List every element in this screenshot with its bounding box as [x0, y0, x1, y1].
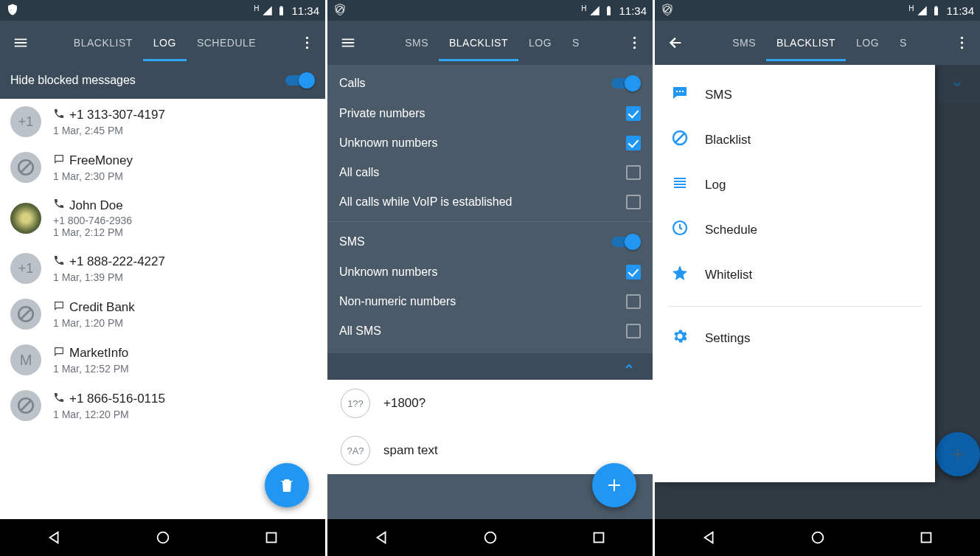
- log-item[interactable]: +1+1 888-222-42271 Mar, 1:39 PM: [0, 246, 325, 291]
- hide-blocked-label: Hide blocked messages: [10, 74, 136, 87]
- nav-back-icon[interactable]: [46, 529, 63, 546]
- blacklist-entry[interactable]: 1??+1800?: [327, 380, 653, 427]
- drawer-item[interactable]: Log: [655, 162, 935, 207]
- overflow-menu-icon[interactable]: [949, 35, 974, 51]
- shield-icon: [333, 3, 347, 18]
- log-item[interactable]: FreeMoney1 Mar, 2:30 PM: [0, 145, 325, 190]
- nav-recent-icon[interactable]: [263, 529, 279, 546]
- hide-blocked-switch[interactable]: [285, 72, 315, 88]
- drawer-item[interactable]: SMS: [655, 72, 935, 117]
- checkbox[interactable]: [626, 265, 641, 279]
- svg-point-31: [812, 532, 823, 543]
- appbar: SMS BLACKLIST LOG S: [327, 21, 653, 65]
- drawer-item[interactable]: Whitelist: [655, 252, 935, 297]
- checkbox[interactable]: [626, 294, 641, 309]
- phone-icon: [53, 392, 65, 407]
- svg-point-2: [305, 37, 307, 39]
- drawer-item[interactable]: Blacklist: [655, 117, 935, 162]
- tab-blacklist[interactable]: BLACKLIST: [439, 25, 518, 61]
- tab-sms[interactable]: SMS: [722, 25, 766, 61]
- divider: [668, 306, 922, 307]
- log-item[interactable]: Credit Bank1 Mar, 1:20 PM: [0, 291, 325, 337]
- blocked-icon: [10, 390, 41, 421]
- checkbox[interactable]: [626, 195, 641, 209]
- tab-log[interactable]: LOG: [846, 25, 889, 61]
- blocked-icon: [10, 299, 41, 330]
- svg-point-22: [960, 37, 962, 39]
- status-bar: H 11:34: [655, 0, 980, 21]
- tab-truncated[interactable]: S: [889, 25, 917, 61]
- blacklist-label: spam text: [383, 443, 438, 458]
- setting-row[interactable]: Unknown numbers: [327, 128, 653, 158]
- nav-recent-icon[interactable]: [591, 529, 607, 546]
- battery-icon: [603, 5, 614, 16]
- setting-row[interactable]: All SMS: [327, 316, 653, 346]
- add-fab[interactable]: [592, 463, 636, 507]
- checkbox[interactable]: [626, 106, 641, 121]
- android-navbar: [655, 519, 980, 556]
- svg-point-15: [633, 37, 635, 39]
- nav-back-icon[interactable]: [701, 529, 717, 546]
- nav-home-icon[interactable]: [810, 529, 826, 546]
- svg-line-29: [675, 133, 684, 142]
- setting-row[interactable]: All calls while VoIP is established: [327, 187, 653, 217]
- log-sub: 1 Mar, 2:45 PM: [53, 125, 315, 136]
- tab-schedule[interactable]: SCHEDULE: [187, 25, 266, 61]
- log-sub: 1 Mar, 1:39 PM: [53, 271, 315, 283]
- log-sub: 1 Mar, 12:52 PM: [53, 363, 315, 375]
- setting-row[interactable]: Unknown numbers: [327, 257, 653, 287]
- nav-home-icon[interactable]: [155, 529, 171, 546]
- clock-icon: [671, 219, 689, 240]
- setting-row[interactable]: Non-numeric numbers: [327, 287, 653, 316]
- nav-home-icon[interactable]: [482, 529, 498, 546]
- tab-log[interactable]: LOG: [143, 25, 187, 61]
- setting-row[interactable]: All calls: [327, 158, 653, 187]
- calls-switch[interactable]: [611, 75, 641, 91]
- checkbox[interactable]: [626, 136, 641, 150]
- svg-point-26: [679, 91, 681, 92]
- phone-icon: [53, 198, 65, 213]
- sms-switch[interactable]: [611, 234, 641, 250]
- nav-recent-icon[interactable]: [918, 529, 934, 546]
- overflow-menu-icon[interactable]: [622, 35, 647, 51]
- calls-section-title: Calls: [339, 77, 366, 90]
- svg-rect-12: [266, 533, 276, 543]
- nav-back-icon[interactable]: [374, 529, 390, 546]
- delete-fab[interactable]: [265, 463, 309, 507]
- collapse-toggle[interactable]: [327, 353, 653, 380]
- contact-photo-avatar: [10, 203, 41, 234]
- tab-log[interactable]: LOG: [518, 25, 562, 61]
- hamburger-icon[interactable]: [333, 35, 363, 51]
- back-arrow-icon[interactable]: [661, 35, 690, 51]
- pattern-icon: ?A?: [341, 436, 370, 465]
- hamburger-icon[interactable]: [6, 35, 35, 51]
- drawer-item[interactable]: Settings: [655, 316, 935, 361]
- country-code-avatar: +1: [10, 253, 41, 284]
- svg-line-8: [21, 310, 31, 319]
- log-title: +1 888-222-4227: [69, 254, 165, 269]
- log-item[interactable]: +1+1 313-307-41971 Mar, 2:45 PM: [0, 99, 325, 145]
- log-item[interactable]: +1 866-516-01151 Mar, 12:20 PM: [0, 383, 325, 428]
- svg-point-3: [305, 41, 307, 44]
- setting-row[interactable]: Private numbers: [327, 99, 653, 128]
- log-item[interactable]: John Doe+1 800-746-29361 Mar, 2:12 PM: [0, 190, 325, 246]
- checkbox[interactable]: [626, 324, 641, 338]
- log-item[interactable]: MMarketInfo1 Mar, 12:52 PM: [0, 337, 325, 383]
- tab-blacklist[interactable]: BLACKLIST: [63, 25, 143, 61]
- phone-icon: [53, 108, 65, 123]
- drawer-label: Log: [705, 178, 726, 192]
- checkbox[interactable]: [626, 165, 641, 180]
- drawer-label: Settings: [705, 331, 750, 346]
- tab-blacklist[interactable]: BLACKLIST: [766, 25, 846, 61]
- overflow-menu-icon[interactable]: [294, 35, 319, 51]
- log-title: John Doe: [69, 198, 123, 213]
- tab-truncated[interactable]: S: [562, 25, 590, 61]
- tab-sms[interactable]: SMS: [395, 25, 439, 61]
- battery-icon: [931, 5, 942, 16]
- letter-avatar: M: [10, 344, 41, 375]
- country-code-avatar: +1: [10, 106, 41, 137]
- add-fab-dimmed: [936, 432, 980, 476]
- android-navbar: [327, 519, 653, 556]
- drawer-item[interactable]: Schedule: [655, 207, 935, 252]
- pattern-icon: 1??: [341, 389, 370, 418]
